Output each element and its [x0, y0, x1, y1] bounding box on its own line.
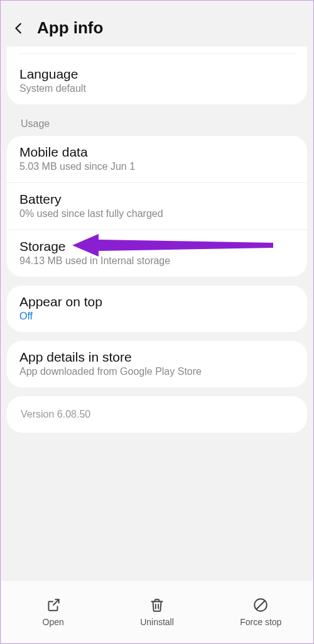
row-title: Language [19, 67, 295, 82]
tab-force-stop[interactable]: Force stop [209, 580, 313, 643]
trash-icon [149, 597, 165, 613]
open-icon [45, 597, 62, 613]
tab-label: Force stop [240, 617, 281, 627]
row-app-details[interactable]: App details in store App downloaded from… [7, 341, 307, 387]
tab-label: Open [43, 617, 64, 627]
tab-label: Uninstall [140, 617, 174, 627]
svg-line-4 [257, 601, 265, 609]
version-text: Version 6.08.50 [21, 409, 90, 419]
bottom-bar: Open Uninstall Force stop [1, 580, 313, 643]
row-mobile-data[interactable]: Mobile data 5.03 MB used since Jun 1 [7, 136, 307, 182]
version-card: Version 6.08.50 [7, 396, 307, 433]
card-usage: Mobile data 5.03 MB used since Jun 1 Bat… [7, 136, 307, 277]
row-title: Storage [19, 239, 295, 254]
card-app-details: App details in store App downloaded from… [7, 341, 307, 387]
row-sub: 5.03 MB used since Jun 1 [19, 161, 295, 172]
header: App info [7, 7, 307, 47]
row-sub: System default [19, 83, 295, 94]
row-storage[interactable]: Storage 94.13 MB used in Internal storag… [7, 230, 307, 277]
card-language-group: Language System default [7, 47, 307, 104]
tab-open[interactable]: Open [1, 580, 105, 643]
row-battery[interactable]: Battery 0% used since last fully charged [7, 182, 307, 230]
truncated-row-peek [18, 47, 296, 54]
row-title: Mobile data [19, 145, 295, 160]
row-title: App details in store [19, 350, 295, 365]
row-language[interactable]: Language System default [7, 58, 307, 104]
row-title: Battery [19, 192, 295, 207]
card-appear-on-top: Appear on top Off [7, 286, 307, 332]
row-sub: Off [19, 311, 295, 322]
row-appear-on-top[interactable]: Appear on top Off [7, 286, 307, 332]
row-title: Appear on top [19, 294, 295, 309]
page-title: App info [37, 18, 103, 38]
tab-uninstall[interactable]: Uninstall [105, 580, 208, 643]
back-icon[interactable] [12, 21, 26, 35]
section-usage-label: Usage [7, 113, 307, 136]
row-sub: 0% used since last fully charged [19, 208, 295, 219]
row-sub: 94.13 MB used in Internal storage [19, 255, 295, 267]
row-sub: App downloaded from Google Play Store [19, 366, 295, 377]
force-stop-icon [252, 597, 269, 613]
